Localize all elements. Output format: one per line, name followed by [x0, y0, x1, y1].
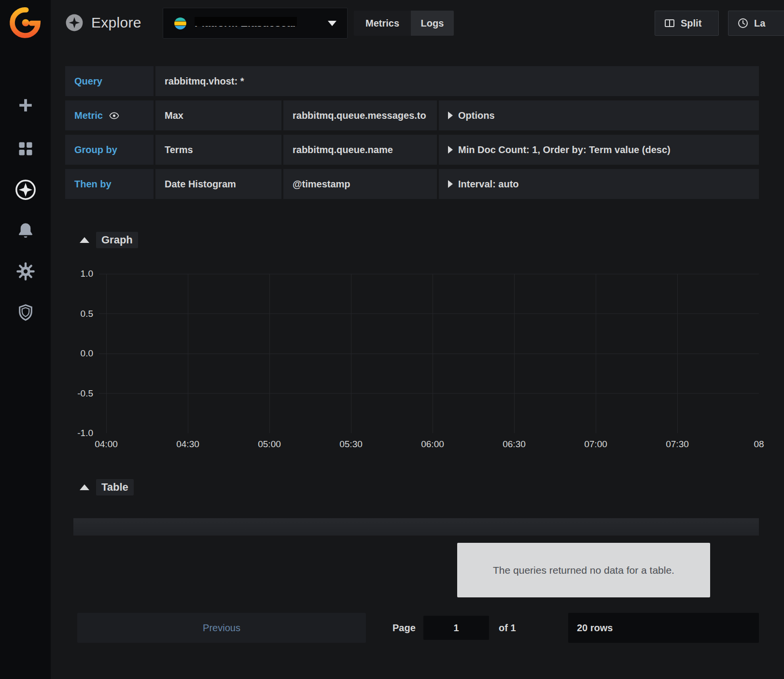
table-collapse-toggle[interactable]: Table	[80, 479, 134, 495]
x-tick-label: 04:00	[95, 439, 118, 450]
metric-agg-cell[interactable]: Max	[155, 100, 281, 130]
mode-toggle: Metrics Logs	[354, 11, 454, 36]
grid-line-horizontal	[99, 274, 759, 274]
graph-panel: Graph 1.00.50.0-0.5-1.0 04:0004:3005:000…	[65, 220, 759, 461]
tab-metrics[interactable]: Metrics	[354, 11, 411, 36]
plot-area	[99, 274, 759, 433]
plus-icon[interactable]	[16, 96, 35, 115]
page-of-label: of 1	[499, 613, 516, 643]
settings-gear-icon[interactable]	[15, 261, 36, 282]
y-tick-label: -0.5	[77, 388, 93, 399]
query-input[interactable]: rabbitmq.vhost: *	[155, 66, 759, 96]
metric-options-text: Options	[458, 110, 495, 121]
time-range-button[interactable]: La	[728, 11, 784, 36]
table-panel-title: Table	[96, 479, 134, 495]
grid-line-horizontal	[99, 433, 759, 434]
chevron-down-icon	[328, 21, 336, 26]
admin-shield-icon[interactable]	[16, 303, 35, 322]
query-row: Query rabbitmq.vhost: *	[65, 66, 759, 96]
collapse-up-icon	[80, 237, 89, 243]
grid-line-vertical	[351, 274, 351, 433]
grid-line-vertical	[596, 274, 596, 433]
grid-line-vertical	[106, 274, 107, 433]
then-by-row: Then by Date Histogram @timestamp Interv…	[65, 169, 759, 199]
x-tick-label: 06:00	[421, 439, 444, 450]
x-tick-label: 04:30	[176, 439, 199, 450]
metric-row-label: Metric	[65, 100, 154, 130]
query-editor: Query rabbitmq.vhost: * Metric Max rabbi…	[65, 66, 759, 203]
metric-label-text: Metric	[74, 110, 103, 121]
page-title: Explore	[91, 14, 141, 31]
then-by-options-text: Interval: auto	[458, 179, 519, 190]
elasticsearch-icon	[174, 17, 187, 30]
group-by-field-cell[interactable]: rabbitmq.queue.name	[283, 135, 437, 165]
grid-line-vertical	[188, 274, 188, 433]
eye-icon[interactable]	[109, 111, 119, 121]
group-by-label: Group by	[65, 135, 154, 165]
caret-right-icon	[448, 112, 453, 119]
caret-right-icon	[448, 180, 453, 188]
dashboards-icon[interactable]	[15, 139, 36, 159]
query-row-label: Query	[65, 66, 154, 96]
grid-line-horizontal	[99, 393, 759, 394]
alerting-bell-icon[interactable]	[15, 221, 36, 241]
grid-line-horizontal	[99, 354, 759, 354]
caret-right-icon	[448, 146, 453, 154]
grid-line-vertical	[433, 274, 433, 433]
metric-row: Metric Max rabbitmq.queue.messages.to Op…	[65, 100, 759, 130]
then-by-field-cell[interactable]: @timestamp	[283, 169, 437, 199]
grafana-explore-page: Explore Platform Elasticsear Metrics Log…	[0, 0, 784, 679]
x-axis: 04:0004:3005:0005:3006:0006:3007:0007:30…	[99, 439, 759, 452]
table-panel: Table The queries returned no data for a…	[65, 467, 759, 679]
y-tick-label: 0.5	[81, 309, 93, 319]
split-button[interactable]: Split	[655, 11, 719, 36]
table-header-bar	[73, 518, 759, 536]
previous-page-button[interactable]: Previous	[77, 613, 366, 643]
x-tick-label: 07:00	[584, 439, 607, 450]
x-tick-label: 07:30	[666, 439, 689, 450]
metric-field-cell[interactable]: rabbitmq.queue.messages.to	[283, 100, 437, 130]
y-axis: 1.00.50.0-0.5-1.0	[65, 274, 93, 433]
y-tick-label: 0.0	[81, 348, 93, 359]
x-tick-label: 05:00	[258, 439, 281, 450]
explore-compass-icon[interactable]	[14, 178, 37, 201]
clock-icon	[737, 17, 749, 29]
group-by-options-cell[interactable]: Min Doc Count: 1, Order by: Term value (…	[439, 135, 759, 165]
x-tick-label: 05:30	[339, 439, 363, 450]
group-by-agg-cell[interactable]: Terms	[155, 135, 281, 165]
x-tick-label: 08	[754, 439, 764, 450]
explore-header-icon	[65, 14, 84, 32]
time-range-label: La	[754, 18, 765, 29]
graph-panel-title: Graph	[96, 232, 138, 248]
grafana-logo[interactable]	[8, 6, 42, 39]
then-by-options-cell[interactable]: Interval: auto	[439, 169, 759, 199]
explore-brand: Explore	[65, 14, 141, 32]
grid-line-horizontal	[99, 313, 759, 314]
x-tick-label: 06:30	[503, 439, 526, 450]
then-by-agg-cell[interactable]: Date Histogram	[155, 169, 281, 199]
datasource-name: Platform Elasticsear	[195, 17, 297, 29]
page-number-input[interactable]	[423, 616, 489, 640]
rows-per-page-select[interactable]: 20 rows	[568, 613, 759, 643]
graph-collapse-toggle[interactable]: Graph	[80, 232, 138, 248]
no-data-message: The queries returned no data for a table…	[457, 543, 710, 597]
then-by-label: Then by	[65, 169, 154, 199]
grid-line-vertical	[269, 274, 270, 433]
page-label: Page	[392, 613, 416, 643]
grid-line-vertical	[677, 274, 678, 433]
group-by-row: Group by Terms rabbitmq.queue.name Min D…	[65, 135, 759, 165]
collapse-up-icon	[80, 484, 89, 490]
sidebar	[0, 0, 51, 679]
datasource-picker[interactable]: Platform Elasticsear	[163, 8, 348, 39]
split-button-label: Split	[681, 18, 701, 29]
split-icon	[664, 17, 675, 29]
group-by-options-text: Min Doc Count: 1, Order by: Term value (…	[458, 144, 671, 156]
y-tick-label: -1.0	[77, 428, 93, 439]
tab-logs[interactable]: Logs	[411, 11, 454, 36]
y-tick-label: 1.0	[81, 269, 93, 279]
grid-line-vertical	[514, 274, 515, 433]
metric-options-cell[interactable]: Options	[439, 100, 759, 130]
